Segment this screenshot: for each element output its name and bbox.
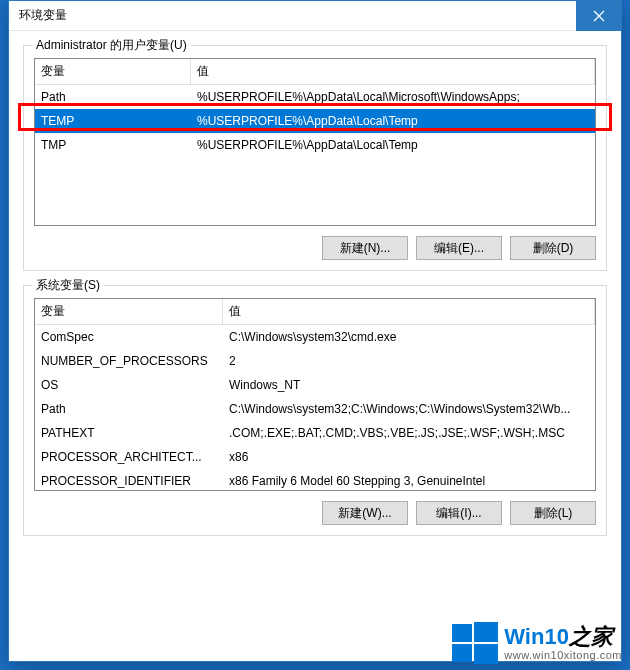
var-value: C:\Windows\system32;C:\Windows;C:\Window… [223,400,595,418]
watermark-url: www.win10xitong.com [504,649,622,661]
system-vars-header: 变量 值 [35,299,595,325]
var-name: Path [35,400,223,418]
col-header-val[interactable]: 值 [223,299,595,324]
var-name: ComSpec [35,328,223,346]
system-new-button[interactable]: 新建(W)... [322,501,408,525]
table-row[interactable]: ComSpecC:\Windows\system32\cmd.exe [35,325,595,349]
var-name: TEMP [35,112,191,130]
var-value: .COM;.EXE;.BAT;.CMD;.VBS;.VBE;.JS;.JSE;.… [223,424,595,442]
var-name: PATHEXT [35,424,223,442]
var-value: %USERPROFILE%\AppData\Local\Microsoft\Wi… [191,88,595,106]
user-vars-header: 变量 值 [35,59,595,85]
var-value: C:\Windows\system32\cmd.exe [223,328,595,346]
table-row[interactable]: TEMP%USERPROFILE%\AppData\Local\Temp [35,109,595,133]
system-vars-label: 系统变量(S) [32,277,104,294]
var-name: PROCESSOR_IDENTIFIER [35,472,223,490]
titlebar: 环境变量 [9,1,621,31]
var-name: PROCESSOR_ARCHITECT... [35,448,223,466]
var-value: 2 [223,352,595,370]
user-vars-list[interactable]: 变量 值 Path%USERPROFILE%\AppData\Local\Mic… [34,58,596,226]
window-title: 环境变量 [19,7,576,24]
env-vars-dialog: 环境变量 Administrator 的用户变量(U) 变量 值 Path%US… [8,0,622,662]
user-delete-button[interactable]: 删除(D) [510,236,596,260]
table-row[interactable]: TMP%USERPROFILE%\AppData\Local\Temp [35,133,595,157]
var-value: x86 [223,448,595,466]
svg-rect-2 [452,644,472,662]
var-value: %USERPROFILE%\AppData\Local\Temp [191,112,595,130]
var-value: x86 Family 6 Model 60 Stepping 3, Genuin… [223,472,595,490]
user-vars-buttons: 新建(N)... 编辑(E)... 删除(D) [34,236,596,260]
close-button[interactable] [576,1,621,31]
var-value: %USERPROFILE%\AppData\Local\Temp [191,136,595,154]
system-delete-button[interactable]: 删除(L) [510,501,596,525]
var-name: Path [35,88,191,106]
table-row[interactable]: NUMBER_OF_PROCESSORS2 [35,349,595,373]
col-header-var[interactable]: 变量 [35,299,223,324]
table-row[interactable]: Path%USERPROFILE%\AppData\Local\Microsof… [35,85,595,109]
user-vars-label: Administrator 的用户变量(U) [32,37,191,54]
svg-rect-3 [474,644,498,664]
watermark-brand: Win10之家 [504,625,622,649]
system-vars-group: 系统变量(S) 变量 值 ComSpecC:\Windows\system32\… [23,285,607,536]
var-value: Windows_NT [223,376,595,394]
windows-logo-icon [452,620,498,666]
col-header-var[interactable]: 变量 [35,59,191,84]
table-row[interactable]: OSWindows_NT [35,373,595,397]
user-vars-group: Administrator 的用户变量(U) 变量 值 Path%USERPRO… [23,45,607,271]
var-name: TMP [35,136,191,154]
var-name: NUMBER_OF_PROCESSORS [35,352,223,370]
svg-rect-0 [452,624,472,642]
table-row[interactable]: PATHEXT.COM;.EXE;.BAT;.CMD;.VBS;.VBE;.JS… [35,421,595,445]
user-edit-button[interactable]: 编辑(E)... [416,236,502,260]
user-new-button[interactable]: 新建(N)... [322,236,408,260]
watermark-text: Win10之家 www.win10xitong.com [504,625,622,661]
watermark: Win10之家 www.win10xitong.com [452,620,622,666]
svg-rect-1 [474,622,498,642]
table-row[interactable]: PathC:\Windows\system32;C:\Windows;C:\Wi… [35,397,595,421]
table-row[interactable]: PROCESSOR_IDENTIFIERx86 Family 6 Model 6… [35,469,595,491]
client-area: Administrator 的用户变量(U) 变量 值 Path%USERPRO… [9,31,621,560]
col-header-val[interactable]: 值 [191,59,595,84]
system-edit-button[interactable]: 编辑(I)... [416,501,502,525]
watermark-brand-a: Win10 [504,624,569,649]
system-vars-buttons: 新建(W)... 编辑(I)... 删除(L) [34,501,596,525]
var-name: OS [35,376,223,394]
system-vars-list[interactable]: 变量 值 ComSpecC:\Windows\system32\cmd.exeN… [34,298,596,491]
watermark-brand-b: 之家 [569,624,613,649]
table-row[interactable]: PROCESSOR_ARCHITECT...x86 [35,445,595,469]
